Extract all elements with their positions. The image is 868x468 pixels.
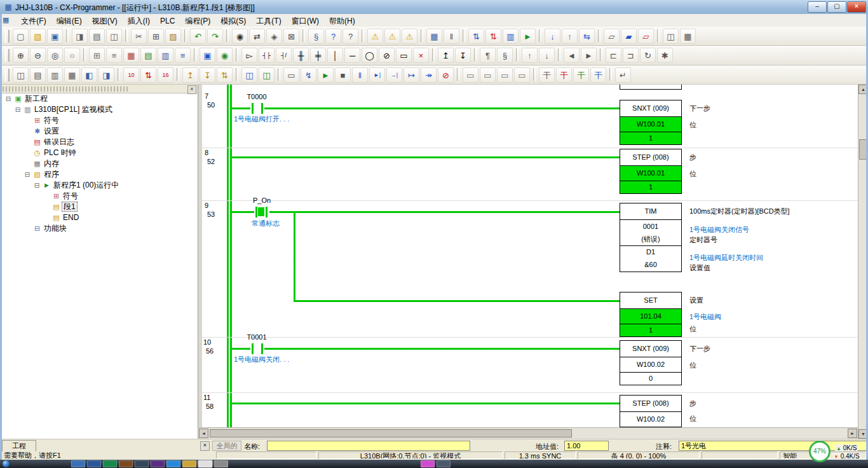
- send-changes-button[interactable]: ▰: [621, 29, 637, 44]
- compile-all-button[interactable]: ⚠: [384, 29, 400, 44]
- find-symbol-button[interactable]: ◈: [266, 29, 282, 44]
- program-check-button[interactable]: ⚠: [402, 29, 417, 44]
- sim-pause-button[interactable]: ‖: [352, 67, 368, 83]
- coil-tool-button[interactable]: ◯: [362, 48, 377, 63]
- menu-item-2[interactable]: 视图(V): [87, 14, 123, 28]
- toolbar-grip[interactable]: [5, 69, 10, 81]
- minimize-button[interactable]: –: [808, 1, 827, 13]
- new-button[interactable]: ▢: [13, 29, 29, 44]
- scroll-right-button[interactable]: ►: [848, 429, 857, 438]
- simulator-online-button[interactable]: ▭: [283, 67, 299, 83]
- tree-item-plc-clock[interactable]: ◷PLC 时钟: [0, 148, 198, 158]
- contact-t0000[interactable]: T0000: [238, 93, 276, 100]
- block-down-button[interactable]: ↓: [539, 48, 555, 63]
- align-right-button[interactable]: ⊐: [623, 48, 639, 63]
- taskbar-item[interactable]: [421, 460, 435, 467]
- set-block[interactable]: SET 101.04 1: [620, 292, 682, 337]
- redo-button[interactable]: ↷: [207, 29, 223, 44]
- tim-operand-1[interactable]: 0001: [620, 219, 681, 233]
- work-online-button[interactable]: ⇅: [468, 29, 484, 44]
- memory-view-4-button[interactable]: ▭: [514, 67, 530, 83]
- sim-continuous-button[interactable]: ↠: [421, 67, 437, 83]
- memory-view-3-button[interactable]: ▭: [497, 67, 513, 83]
- address-toggle-button[interactable]: ⇅: [140, 67, 156, 83]
- taskbar-item[interactable]: [214, 460, 228, 467]
- change-plc-button[interactable]: ◨: [72, 29, 88, 44]
- align-left-button[interactable]: ⊏: [606, 48, 621, 63]
- copy-button[interactable]: ⊞: [148, 29, 164, 44]
- block-up-button[interactable]: ↑: [522, 48, 538, 63]
- replace-button[interactable]: ⇄: [249, 29, 265, 44]
- cross-reference-button[interactable]: ⊠: [283, 29, 299, 44]
- taskbar-item[interactable]: [87, 460, 101, 467]
- mnemonic-view-button[interactable]: ≡: [175, 48, 191, 63]
- go-address-button[interactable]: ⇅: [217, 67, 233, 83]
- taskbar-item[interactable]: [103, 460, 117, 467]
- sim-transfer-button[interactable]: ↯: [301, 67, 316, 83]
- close-button[interactable]: ×: [847, 1, 866, 13]
- address-decimal-button[interactable]: 10: [123, 67, 139, 83]
- tree-item-section-end[interactable]: ▤END: [0, 212, 198, 223]
- menu-item-6[interactable]: 模拟(S): [215, 14, 251, 28]
- contact-pon[interactable]: P_On: [243, 196, 281, 204]
- snxt-block-2[interactable]: SNXT (009) W100.02 0: [620, 340, 682, 385]
- tile-windows-button[interactable]: ▦: [680, 29, 696, 44]
- force-off-button[interactable]: 干: [556, 67, 572, 83]
- collapse-icon[interactable]: ⊟: [23, 169, 32, 180]
- speed-monitor-ball[interactable]: 47%: [809, 441, 831, 462]
- address-hex-button[interactable]: 16: [158, 67, 173, 83]
- tree-item-settings[interactable]: ✱设置: [0, 126, 198, 137]
- run-mode-button[interactable]: ►: [520, 29, 536, 44]
- step-block-1[interactable]: STEP (008) W100.01 1: [620, 149, 682, 194]
- menu-item-0[interactable]: 文件(F): [16, 14, 51, 28]
- monitor-window-2-button[interactable]: ◫: [259, 67, 275, 83]
- save-button[interactable]: ▣: [47, 29, 63, 44]
- cascade-windows-button[interactable]: ◫: [13, 67, 29, 83]
- menu-item-3[interactable]: 插入(I): [123, 14, 155, 28]
- memory-view-2-button[interactable]: ▭: [480, 67, 496, 83]
- scroll-left-button[interactable]: ◄: [199, 429, 208, 438]
- section-list-button[interactable]: ▥: [158, 48, 173, 63]
- force-cancel-button[interactable]: 干: [573, 67, 589, 83]
- contact-nc-button[interactable]: ┤/: [276, 48, 292, 63]
- ladder-editor[interactable]: 7 50 T0000 1号电磁阀打开. . . SNXT (009) W100.…: [198, 85, 858, 427]
- rotate-tool-button[interactable]: ↻: [640, 48, 656, 63]
- paste-button[interactable]: ▨: [165, 29, 181, 44]
- io-comment-view-button[interactable]: ▤: [140, 48, 156, 63]
- collapse-icon[interactable]: ⊟: [4, 93, 13, 104]
- rising-differential-button[interactable]: ↥: [438, 48, 454, 63]
- force-on-button[interactable]: 干: [539, 67, 555, 83]
- browse-next-button[interactable]: ►: [581, 48, 597, 63]
- cut-button[interactable]: ✂: [131, 29, 147, 44]
- differential-monitor-button[interactable]: ↵: [615, 67, 631, 83]
- menu-item-4[interactable]: PLC: [155, 15, 180, 27]
- undo-button[interactable]: ↶: [190, 29, 206, 44]
- rung-comment-button[interactable]: §: [497, 48, 513, 63]
- zoom-fit-button[interactable]: ○: [64, 48, 80, 63]
- instruction-operand[interactable]: W100.02: [620, 357, 681, 372]
- delete-tool-button[interactable]: ×: [413, 48, 429, 63]
- menu-item-5[interactable]: 编程(P): [180, 14, 215, 28]
- set-value-button[interactable]: 干: [590, 67, 606, 83]
- open-button[interactable]: ▧: [30, 29, 46, 44]
- taskbar-item[interactable]: [182, 460, 196, 467]
- menu-item-9[interactable]: 帮助(H): [324, 14, 360, 28]
- snxt-block-1[interactable]: SNXT (009) W100.01 1: [620, 100, 682, 145]
- taskbar-item[interactable]: [198, 460, 212, 467]
- stamp-tool-button[interactable]: ✱: [657, 48, 673, 63]
- contact-or-nc-button[interactable]: ╪: [310, 48, 326, 63]
- properties-button[interactable]: §: [308, 29, 324, 44]
- taskbar-item[interactable]: [166, 460, 180, 467]
- panel-grip[interactable]: [3, 86, 130, 92]
- taskbar-item[interactable]: [437, 460, 451, 467]
- tree-item-plc-device[interactable]: ⊟▥L310B[CP1L] 监视模式: [0, 104, 198, 115]
- sim-stop-button[interactable]: ■: [335, 67, 351, 83]
- watchbar-close-button[interactable]: ×: [200, 441, 210, 451]
- instruction-operand[interactable]: 101.04: [620, 308, 681, 324]
- menu-item-8[interactable]: 窗口(W): [287, 14, 324, 28]
- help-button[interactable]: ?: [325, 29, 341, 44]
- scope-selector[interactable]: 全局的: [212, 441, 241, 451]
- print-preview-button[interactable]: ◫: [106, 29, 122, 44]
- rung-wrap-button[interactable]: ≡: [106, 48, 122, 63]
- tim-operand-2[interactable]: D1: [620, 245, 681, 258]
